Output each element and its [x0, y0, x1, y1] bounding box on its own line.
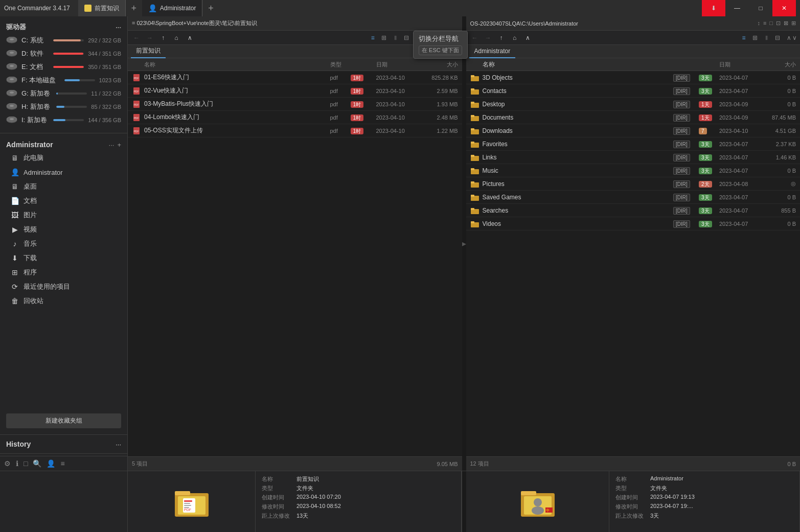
info-icon[interactable]: ℹ	[16, 459, 18, 468]
right-home-btn[interactable]: ⌂	[509, 32, 520, 43]
sidebar-nav-回收站[interactable]: 🗑 回收站	[0, 294, 127, 308]
sidebar-nav-此电脑[interactable]: 🖥 此电脑	[0, 151, 127, 165]
left-back-btn[interactable]: ←	[131, 32, 142, 43]
drive-bar-container	[53, 39, 84, 41]
file-name: 05-OSS实现文件上传	[144, 126, 330, 135]
drive-item-i[interactable]: I: 新加卷 144 / 356 GB	[0, 113, 127, 127]
menu-icon[interactable]: ≡	[60, 459, 64, 468]
file-row[interactable]: Contacts [DIR] 3天 2023-04-07 0 B	[466, 84, 801, 98]
sidebar-nav-图片[interactable]: 🖼 图片	[0, 208, 127, 222]
panel-splitter[interactable]	[462, 16, 466, 471]
drive-item-d[interactable]: D: 软件 344 / 351 GB	[0, 47, 127, 60]
file-row[interactable]: 3D Objects [DIR] 3天 2023-04-07 0 B	[466, 71, 801, 84]
sidebar-nav-桌面[interactable]: 🖥 桌面	[0, 179, 127, 194]
settings-icon[interactable]: ⚙	[4, 459, 11, 468]
left-panel-tab[interactable]: 前置知识	[131, 45, 166, 58]
right-expand-btn[interactable]: ∧	[522, 32, 534, 43]
drive-disk-icon	[6, 77, 17, 84]
download-button[interactable]: ⬇	[702, 0, 725, 16]
file-row[interactable]: PDF 04-Lombok快速入门 pdf 1时 2023-04-10 2.48…	[128, 111, 462, 124]
right-sort-btn[interactable]: ↕	[757, 20, 760, 27]
sidebar-nav-下载[interactable]: ⬇ 下载	[0, 251, 127, 265]
right-file-dir: [DIR]	[673, 87, 699, 95]
sidebar-nav-视频[interactable]: ▶ 视频	[0, 222, 127, 237]
drive-item-g[interactable]: G: 新加卷 11 / 322 GB	[0, 87, 127, 100]
sidebar-nav-文档[interactable]: 📄 文档	[0, 194, 127, 208]
right-up-btn[interactable]: ↑	[496, 32, 507, 43]
right-scroll-up-btn[interactable]: ∧	[787, 34, 791, 41]
dir-badge: [DIR]	[673, 194, 690, 201]
window-icon[interactable]: □	[24, 459, 28, 468]
history-more-btn[interactable]: ···	[116, 441, 121, 448]
file-row[interactable]: Favorites [DIR] 3天 2023-04-07 2.37 KB	[466, 137, 801, 151]
file-row[interactable]: Desktop [DIR] 1天 2023-04-09 0 B	[466, 98, 801, 111]
left-up-btn[interactable]: ↑	[157, 32, 169, 43]
file-row[interactable]: PDF 05-OSS实现文件上传 pdf 1时 2023-04-10 1.22 …	[128, 124, 462, 137]
file-row[interactable]: Documents [DIR] 1天 2023-04-09 87.45 MB	[466, 111, 801, 124]
left-tile-view-btn[interactable]: ⊟	[401, 33, 412, 43]
right-name-label: 名称	[615, 475, 646, 483]
right-back-btn[interactable]: ←	[469, 32, 481, 43]
right-forward-btn[interactable]: →	[483, 32, 494, 43]
drive-item-h[interactable]: H: 新加卷 85 / 322 GB	[0, 100, 127, 113]
drive-item-f[interactable]: F: 本地磁盘 1023 GB	[0, 74, 127, 87]
right-panel-tab[interactable]: Administrator	[469, 45, 516, 58]
drives-more-btn[interactable]: ···	[116, 24, 121, 31]
left-forward-btn[interactable]: →	[144, 32, 155, 43]
left-col-view-btn[interactable]: ⫴	[390, 33, 400, 43]
file-row[interactable]: PDF 03-MyBatis-Plus快速入门 pdf 1时 2023-04-1…	[128, 98, 462, 111]
file-row[interactable]: Downloads [DIR] 7 2023-04-10 4.51 GB	[466, 124, 801, 137]
nav-item-label: 桌面	[24, 182, 37, 191]
sidebar-nav-程序[interactable]: ⊞ 程序	[0, 265, 127, 280]
svg-rect-61	[184, 505, 191, 506]
left-home-btn[interactable]: ⌂	[171, 32, 182, 43]
tab-add-right[interactable]: +	[202, 0, 219, 16]
right-col-view-btn[interactable]: ⫴	[761, 33, 771, 43]
right-filter-btn[interactable]: ≡	[763, 20, 766, 27]
dir-badge: [DIR]	[673, 101, 690, 108]
drive-item-c[interactable]: C: 系统 292 / 322 GB	[0, 34, 127, 47]
right-list-view-btn[interactable]: ≡	[739, 33, 749, 43]
right-new-folder-btn[interactable]: □	[769, 20, 773, 27]
left-panel-toolbar: ← → ↑ ⌂ ∧ ≡ ⊞ ⫴ ⊟ ↕ ≡ □ ⊡ ⊠ ∧ ∨	[128, 31, 462, 45]
file-row[interactable]: Pictures [DIR] 2天 2023-04-08 ◎	[466, 177, 801, 191]
tab-administrator[interactable]: 👤 Administrator	[142, 0, 203, 16]
file-row[interactable]: Links [DIR] 3天 2023-04-07 1.46 KB	[466, 151, 801, 164]
right-tile-view-btn[interactable]: ⊟	[772, 33, 783, 43]
right-file-size: 0 B	[760, 101, 796, 107]
svg-text:PDF: PDF	[134, 117, 139, 120]
new-collection-button[interactable]: 新建收藏夹组	[6, 413, 121, 428]
tab-add-left[interactable]: +	[126, 0, 142, 16]
file-row[interactable]: PDF 01-ES6快速入门 pdf 1时 2023-04-10 825.28 …	[128, 71, 462, 84]
sidebar-nav-最近使用的项目[interactable]: ⟳ 最近使用的项目	[0, 280, 127, 294]
right-settings-btn[interactable]: ⊞	[791, 20, 796, 27]
left-list-view-btn[interactable]: ≡	[368, 33, 378, 43]
file-row[interactable]: Searches [DIR] 3天 2023-04-07 855 B	[466, 204, 801, 217]
file-row[interactable]: PDF 02-Vue快速入门 pdf 1时 2023-04-10 2.59 MB	[128, 84, 462, 98]
user-add-btn[interactable]: +	[117, 141, 121, 149]
right-scroll-down-btn[interactable]: ∨	[792, 34, 797, 41]
file-row[interactable]: Music [DIR] 3天 2023-04-07 0 B	[466, 164, 801, 177]
right-copy-btn[interactable]: ⊡	[776, 20, 781, 27]
right-paste-btn[interactable]: ⊠	[784, 20, 788, 27]
left-total-size: 9.05 MB	[437, 461, 458, 467]
right-preview-age-row: 距上次修改 3天	[615, 512, 793, 520]
right-grid-view-btn[interactable]: ⊞	[750, 33, 760, 43]
drive-item-e[interactable]: E: 文档 350 / 351 GB	[0, 60, 127, 74]
right-file-size: 87.45 MB	[760, 114, 796, 121]
sidebar-nav-音乐[interactable]: ♪ 音乐	[0, 237, 127, 251]
sidebar-nav-Administrator[interactable]: 👤 Administrator	[0, 165, 127, 179]
file-row[interactable]: Videos [DIR] 3天 2023-04-07 0 B	[466, 217, 801, 230]
user-icon[interactable]: 👤	[47, 459, 55, 468]
file-row[interactable]: Saved Games [DIR] 3天 2023-04-07 0 B	[466, 191, 801, 204]
tab-qianzhizhishi[interactable]: 前置知识	[78, 0, 126, 16]
search-icon[interactable]: 🔍	[33, 459, 41, 468]
left-grid-view-btn[interactable]: ⊞	[379, 33, 389, 43]
right-file-size: 0 B	[760, 194, 796, 200]
maximize-button[interactable]: □	[749, 0, 772, 16]
user-more-btn[interactable]: ···	[109, 141, 115, 149]
minimize-button[interactable]: —	[725, 0, 749, 16]
svg-point-17	[10, 105, 14, 107]
close-button[interactable]: ✕	[772, 0, 796, 16]
left-expand-btn[interactable]: ∧	[184, 32, 195, 43]
